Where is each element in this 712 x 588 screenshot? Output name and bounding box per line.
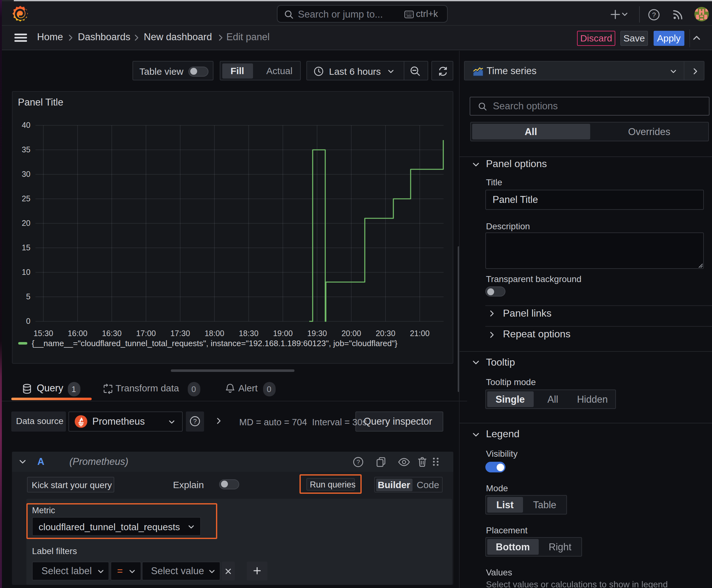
svg-text:19:00: 19:00: [273, 329, 293, 338]
svg-text:15:30: 15:30: [33, 329, 53, 338]
svg-text:{__name__="cloudflared_tunnel_: {__name__="cloudflared_tunnel_total_requ…: [31, 339, 397, 348]
svg-text:30: 30: [21, 170, 30, 178]
svg-text:18:30: 18:30: [239, 329, 258, 338]
svg-text:16:30: 16:30: [102, 329, 122, 338]
svg-text:15: 15: [21, 243, 30, 252]
svg-text:5: 5: [26, 292, 30, 301]
svg-text:20:00: 20:00: [341, 329, 361, 338]
svg-text:20:30: 20:30: [375, 329, 395, 338]
svg-text:17:00: 17:00: [136, 329, 156, 338]
svg-text:17:30: 17:30: [170, 329, 190, 338]
svg-text:10: 10: [21, 268, 30, 276]
svg-text:18:00: 18:00: [204, 329, 224, 338]
svg-text:40: 40: [21, 121, 30, 129]
svg-text:35: 35: [21, 145, 30, 154]
svg-text:19:30: 19:30: [307, 329, 327, 338]
svg-text:16:00: 16:00: [67, 329, 87, 338]
svg-text:?: ?: [652, 11, 656, 19]
svg-text:?: ?: [193, 417, 196, 424]
svg-text:20: 20: [21, 218, 30, 227]
svg-text:25: 25: [21, 194, 30, 203]
svg-text:21:00: 21:00: [410, 329, 429, 338]
svg-text:0: 0: [26, 317, 30, 326]
svg-text:?: ?: [356, 458, 360, 465]
